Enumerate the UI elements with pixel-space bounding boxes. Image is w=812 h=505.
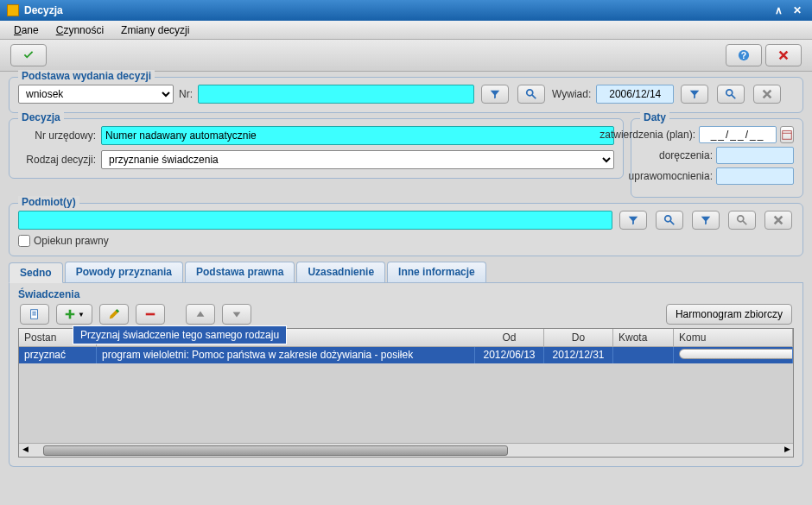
main-toolbar: ? <box>0 40 812 72</box>
search-icon <box>663 214 676 226</box>
tab-powody[interactable]: Powody przyznania <box>65 262 183 282</box>
move-down-button[interactable] <box>222 304 251 325</box>
cancel-button[interactable] <box>765 44 802 66</box>
upraw-label: uprawomocnienia: <box>629 170 713 182</box>
podstawa-select[interactable]: wniosek <box>18 85 174 104</box>
cell-kwota <box>613 347 674 363</box>
cell-swiad: program wieloletni: Pomoc państwa w zakr… <box>97 347 475 363</box>
nr-lookup2-button[interactable] <box>517 85 545 104</box>
help-icon: ? <box>738 49 750 61</box>
podmiot-search2-button[interactable] <box>728 211 756 230</box>
horizontal-scrollbar[interactable]: ◀ ▶ <box>19 443 793 457</box>
upraw-input[interactable] <box>716 167 794 185</box>
chevron-down-icon: ▼ <box>78 311 85 319</box>
podmiot-filter2-button[interactable] <box>692 211 720 230</box>
scroll-left-icon[interactable]: ◀ <box>19 445 31 457</box>
x-icon <box>777 49 790 61</box>
tab-inne[interactable]: Inne informacje <box>387 262 486 282</box>
rodzaj-select[interactable]: przyznanie świadczenia <box>101 150 614 169</box>
move-up-button[interactable] <box>186 304 215 325</box>
daty-fieldset: Daty zatwierdzenia (plan): doręczenia: u… <box>631 118 803 198</box>
titlebar: Decyzja ∧ ✕ <box>0 0 812 21</box>
dorecz-label: doręczenia: <box>659 149 713 161</box>
triangle-down-icon <box>231 308 243 320</box>
add-button[interactable]: ▼ <box>56 304 92 325</box>
komu-bar <box>679 349 793 359</box>
harmonogram-label: Harmonogram zbiorczy <box>676 308 783 320</box>
swiadczenia-panel: Świadczenia ▼ Harmonogram zbiorczy Przyz… <box>9 283 803 467</box>
scroll-thumb[interactable] <box>43 445 508 456</box>
swiadczenia-grid[interactable]: Postan Świadczenie Od Do Kwota Komu przy… <box>18 328 794 458</box>
podmiot-search1-button[interactable] <box>656 211 683 230</box>
nrurz-input[interactable] <box>101 126 614 145</box>
help-button[interactable]: ? <box>726 44 762 66</box>
table-row[interactable]: przyznać program wieloletni: Pomoc państ… <box>19 347 793 363</box>
document-icon <box>29 308 41 320</box>
podmiot-clear-button[interactable] <box>764 211 792 230</box>
app-icon <box>7 4 19 16</box>
decyzja-legend: Decyzja <box>18 111 64 123</box>
menu-dane-label: ane <box>22 24 39 36</box>
minimize-button[interactable]: ∧ <box>771 3 786 18</box>
col-komu[interactable]: Komu <box>674 329 793 346</box>
filter-icon <box>688 88 701 100</box>
x-icon <box>761 88 773 100</box>
window-title: Decyzja <box>24 4 767 16</box>
dorecz-input[interactable] <box>716 147 794 164</box>
wywiad-clear-button[interactable] <box>753 85 781 104</box>
col-do[interactable]: Do <box>544 329 613 346</box>
tab-podstawa-prawna[interactable]: Podstawa prawna <box>185 262 295 282</box>
nrurz-label: Nr urzędowy: <box>18 129 96 142</box>
menu-dane[interactable]: Dane <box>5 22 48 38</box>
podstawa-legend: Podstawa wydania decyzji <box>18 70 155 82</box>
menu-zmiany[interactable]: Zmiany decyzji <box>112 22 198 38</box>
col-od[interactable]: Od <box>475 329 544 346</box>
cell-od: 2012/06/13 <box>475 347 544 363</box>
opiekun-checkbox[interactable] <box>18 235 30 247</box>
daty-legend: Daty <box>640 111 669 123</box>
decyzja-fieldset: Decyzja Nr urzędowy: Rodzaj decyzji: prz… <box>9 118 624 179</box>
podmiot-input[interactable] <box>18 211 612 230</box>
tab-sedno[interactable]: Sedno <box>9 262 63 283</box>
svg-point-5 <box>665 216 671 222</box>
wywiad-search-button[interactable] <box>717 85 745 104</box>
cell-do: 2012/12/31 <box>544 347 613 363</box>
filter-icon <box>700 214 712 226</box>
edit-button[interactable] <box>99 304 129 325</box>
svg-rect-7 <box>31 310 38 319</box>
podmiot-filter1-button[interactable] <box>619 211 647 230</box>
menu-czynnosci-label: zynności <box>63 24 104 36</box>
tab-uzasadnienie[interactable]: Uzasadnienie <box>296 262 385 282</box>
search-icon <box>525 88 537 100</box>
svg-rect-4 <box>783 131 792 140</box>
svg-point-6 <box>738 216 744 222</box>
nr-input[interactable] <box>198 85 474 104</box>
podmiot-legend: Podmiot(y) <box>18 196 79 208</box>
nr-lookup1-button[interactable] <box>481 85 509 104</box>
harmonogram-button[interactable]: Harmonogram zbiorczy <box>666 304 792 325</box>
filter-icon <box>627 214 639 226</box>
minus-icon <box>144 308 156 320</box>
triangle-up-icon <box>194 308 206 320</box>
plus-icon <box>64 308 76 320</box>
confirm-button[interactable] <box>10 44 47 66</box>
tabs: Sedno Powody przyznania Podstawa prawna … <box>9 262 803 283</box>
zatw-input[interactable] <box>699 126 777 143</box>
wywiad-date[interactable] <box>596 85 674 104</box>
nr-label: Nr: <box>179 88 193 100</box>
search-icon <box>725 88 737 100</box>
remove-button[interactable] <box>136 304 165 325</box>
zatw-calendar-button[interactable] <box>780 126 794 143</box>
cell-komu <box>674 347 793 363</box>
new-doc-button[interactable] <box>20 304 49 325</box>
col-kwota[interactable]: Kwota <box>613 329 674 346</box>
x-icon <box>772 214 784 226</box>
zatw-label: zatwierdzenia (plan): <box>599 129 695 141</box>
close-button[interactable]: ✕ <box>790 3 805 18</box>
scroll-right-icon[interactable]: ▶ <box>781 445 793 457</box>
wywiad-filter-button[interactable] <box>681 85 708 104</box>
menu-czynnosci[interactable]: Czynności <box>48 22 112 38</box>
svg-point-3 <box>726 90 733 96</box>
search-icon <box>736 214 748 226</box>
wywiad-label: Wywiad: <box>552 88 591 100</box>
